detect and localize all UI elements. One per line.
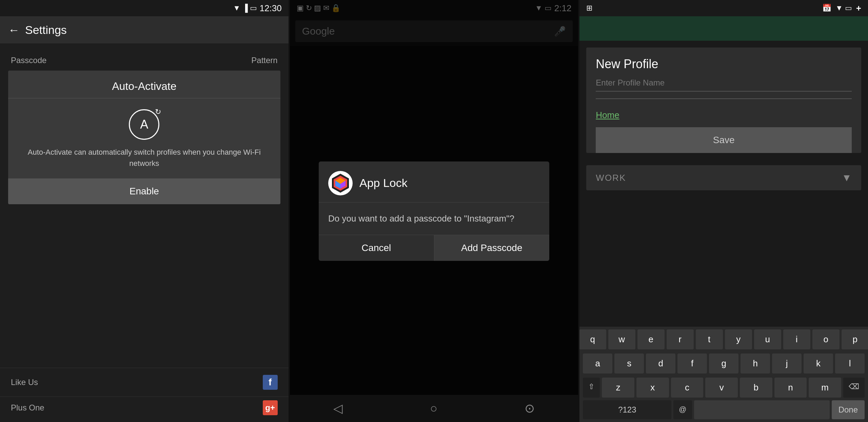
grid-icon: ⊞ (586, 4, 592, 13)
key-f[interactable]: f (677, 353, 707, 373)
settings-toolbar: ← Settings (0, 16, 289, 43)
number-key[interactable]: ?123 (583, 400, 671, 419)
hex-svg (330, 173, 351, 193)
key-t[interactable]: t (696, 329, 723, 349)
time-display-1: 12:30 (260, 3, 282, 14)
wifi-icon: ▼ (233, 4, 240, 13)
delete-key[interactable]: ⌫ (843, 378, 865, 398)
applock-dialog: App Lock Do you want to add a passcode t… (319, 161, 549, 261)
battery-icon-3: ▭ (845, 4, 852, 13)
auto-activate-title: Auto-Activate (8, 71, 280, 98)
at-key[interactable]: @ (673, 400, 692, 419)
google-plus-icon[interactable]: g+ (263, 400, 278, 415)
bottom-nav: ◁ ○ ⊙ (290, 395, 578, 422)
space-key[interactable] (694, 400, 830, 419)
keyboard-row-3: ⇧ z x c v b n m ⌫ (579, 375, 868, 399)
plus-icon[interactable]: + (856, 3, 861, 14)
profile-name-input[interactable]: Enter Profile Name (596, 75, 852, 92)
key-y[interactable]: y (725, 329, 752, 349)
applock-buttons: Cancel Add Passcode (319, 235, 549, 261)
key-v[interactable]: v (705, 378, 738, 398)
key-q[interactable]: q (579, 329, 606, 349)
passcode-row[interactable]: Passcode Pattern (0, 50, 289, 71)
refresh-icon: ↻ (155, 108, 161, 116)
profile-toolbar (579, 16, 868, 41)
passcode-label: Passcode (11, 56, 46, 65)
auto-activate-card: Auto-Activate A ↻ Auto-Activate can auto… (8, 71, 280, 204)
work-label: WORK (596, 173, 626, 183)
done-key[interactable]: Done (832, 400, 865, 419)
wifi-icon-3: ▼ (835, 4, 843, 13)
applock-title: App Lock (359, 176, 408, 190)
applock-body: Do you want to add a passcode to "Instag… (319, 203, 549, 235)
key-e[interactable]: e (637, 329, 665, 349)
plus-one-label: Plus One (11, 403, 44, 413)
applock-app-icon (328, 171, 353, 195)
key-o[interactable]: o (812, 329, 840, 349)
applock-panel: ▣ ↻ ▨ ✉ 🔒 ▼ ▭ 2:12 Google 🎤 (290, 0, 578, 422)
auto-activate-description: Auto-Activate can automatically switch p… (8, 147, 280, 178)
status-bar-3: ⊞ 📅 ▼ ▭ + (579, 0, 868, 16)
chevron-down-icon: ▼ (842, 172, 852, 184)
key-a[interactable]: a (583, 353, 612, 373)
key-j[interactable]: j (772, 353, 802, 373)
signal-icon: ▐ (242, 4, 248, 13)
calendar-icon: 📅 (822, 4, 831, 13)
work-section: WORK ▼ (586, 165, 861, 190)
key-d[interactable]: d (646, 353, 675, 373)
key-k[interactable]: k (804, 353, 833, 373)
facebook-icon[interactable]: f (263, 375, 278, 390)
applock-header: App Lock (319, 161, 549, 203)
key-s[interactable]: s (614, 353, 644, 373)
dialog-overlay: App Lock Do you want to add a passcode t… (290, 0, 578, 422)
keyboard: q w e r t y u i o p a s d f g h j k l ⇧ … (579, 327, 868, 422)
input-underline (596, 98, 852, 99)
circle-letter: A (140, 117, 148, 132)
applock-message: Do you want to add a passcode to "Instag… (328, 212, 540, 225)
key-z[interactable]: z (602, 378, 634, 398)
circle-icon: A ↻ (129, 109, 159, 140)
key-n[interactable]: n (774, 378, 807, 398)
key-l[interactable]: l (835, 353, 865, 373)
cancel-button[interactable]: Cancel (319, 235, 434, 261)
key-b[interactable]: b (740, 378, 772, 398)
keyboard-bottom-row: ?123 @ Done (579, 399, 868, 422)
key-c[interactable]: c (671, 378, 704, 398)
status-bar-1: ▼ ▐ ▭ 12:30 (0, 0, 289, 16)
new-profile-card: New Profile Enter Profile Name Home Save (586, 47, 861, 153)
settings-title: Settings (25, 23, 67, 37)
auto-activate-icon-area: A ↻ (8, 98, 280, 147)
key-h[interactable]: h (741, 353, 770, 373)
key-u[interactable]: u (754, 329, 781, 349)
passcode-value: Pattern (251, 56, 277, 65)
keyboard-row-2: a s d f g h j k l (579, 351, 868, 375)
key-g[interactable]: g (709, 353, 738, 373)
shift-key[interactable]: ⇧ (583, 378, 600, 398)
key-r[interactable]: r (667, 329, 694, 349)
new-profile-panel: ⊞ 📅 ▼ ▭ + New Profile Enter Profile Name… (579, 0, 868, 422)
key-p[interactable]: p (842, 329, 868, 349)
back-nav-icon[interactable]: ◁ (333, 401, 343, 416)
add-passcode-button[interactable]: Add Passcode (434, 235, 550, 261)
enable-button[interactable]: Enable (8, 178, 280, 204)
new-profile-title: New Profile (596, 57, 852, 71)
save-button[interactable]: Save (596, 127, 852, 153)
status-icons-3: ⊞ (586, 4, 592, 13)
battery-icon: ▭ (250, 4, 257, 13)
profile-name-placeholder: Enter Profile Name (596, 78, 665, 87)
settings-panel: ▼ ▐ ▭ 12:30 ← Settings Passcode Pattern … (0, 0, 289, 422)
back-button[interactable]: ← (8, 23, 20, 37)
key-x[interactable]: x (636, 378, 669, 398)
keyboard-row-1: q w e r t y u i o p (579, 327, 868, 351)
recents-nav-icon[interactable]: ⊙ (525, 401, 535, 416)
home-nav-icon[interactable]: ○ (430, 401, 437, 416)
key-w[interactable]: w (608, 329, 635, 349)
key-i[interactable]: i (783, 329, 810, 349)
home-section-label[interactable]: Home (596, 104, 852, 127)
key-m[interactable]: m (809, 378, 841, 398)
like-us-label: Like Us (11, 378, 38, 387)
settings-content: Passcode Pattern Auto-Activate A ↻ Auto-… (0, 43, 289, 368)
